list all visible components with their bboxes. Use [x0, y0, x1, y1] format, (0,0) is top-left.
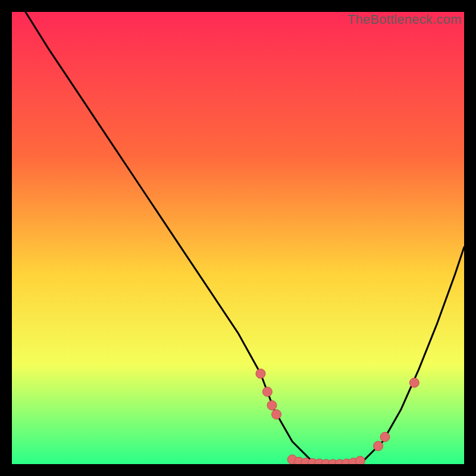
bottleneck-chart — [12, 12, 464, 464]
curve-marker — [262, 387, 272, 396]
curve-marker — [380, 432, 390, 441]
curve-marker — [355, 456, 365, 464]
curve-marker — [374, 441, 383, 451]
gradient-background — [12, 12, 464, 464]
chart-frame: TheBottleneck.com — [12, 12, 464, 464]
watermark-text: TheBottleneck.com — [347, 12, 462, 27]
curve-marker — [256, 369, 265, 378]
curve-marker — [272, 409, 281, 419]
curve-marker — [267, 400, 277, 410]
curve-marker — [409, 378, 419, 387]
